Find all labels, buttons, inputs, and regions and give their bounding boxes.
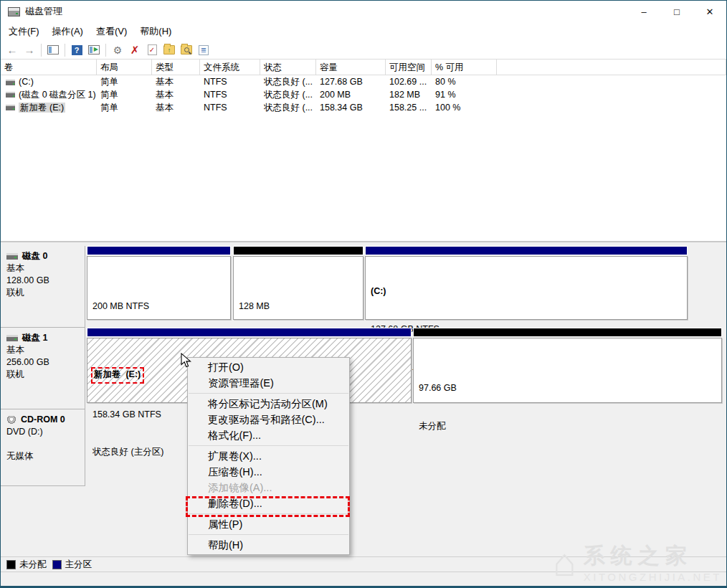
mouse-cursor (181, 353, 191, 368)
delete-icon[interactable]: ✗ (128, 44, 141, 56)
partition-header (233, 246, 364, 255)
column-filler (497, 60, 726, 75)
app-icon (8, 7, 20, 16)
disk-icon (6, 253, 18, 260)
legend-bar: 未分配 主分区 (1, 556, 726, 572)
cdrom-row: CD-ROM 0 DVD (D:) 无媒体 (1, 409, 726, 486)
column-capacity[interactable]: 容量 (316, 60, 386, 75)
annotation-delete-volume (186, 496, 350, 517)
legend-primary-partition: 主分区 (52, 559, 92, 571)
menu-file[interactable]: 文件(F) (2, 22, 46, 41)
legend-swatch-unallocated (6, 560, 16, 569)
cdrom-icon (6, 416, 16, 425)
disk1-label[interactable]: 磁盘 1 基本 256.00 GB 联机 (1, 328, 85, 409)
volume-icon (6, 105, 15, 110)
volume-list: 卷 布局 类型 文件系统 状态 容量 可用空间 % 可用 (C:) 简单 基本 … (1, 60, 726, 242)
menu-item-add-mirror: 添加镜像(A)... (188, 480, 349, 495)
volume-list-header: 卷 布局 类型 文件系统 状态 容量 可用空间 % 可用 (1, 60, 726, 75)
partition-header (365, 246, 688, 255)
disk0-partition-system[interactable]: 200 MB NTFS 状态良好 (系统, 活动, 主分区) (87, 246, 231, 320)
volume-icon (6, 92, 15, 98)
menu-item-mark-active[interactable]: 将分区标记为活动分区(M) (188, 396, 349, 412)
column-type[interactable]: 类型 (152, 60, 200, 75)
forward-icon[interactable]: → (23, 44, 36, 56)
legend-unallocated: 未分配 (6, 559, 47, 571)
menu-item-shrink-volume[interactable]: 压缩卷(H)... (188, 464, 349, 480)
titlebar: 磁盘管理 – □ ✕ (1, 1, 726, 22)
menu-item-help[interactable]: 帮助(H) (188, 537, 349, 553)
graphical-view: 磁盘 0 基本 128.00 GB 联机 200 MB NTFS 状态良好 (系… (1, 242, 726, 556)
disk0-unallocated[interactable]: 128 MB 未分配 (233, 246, 364, 320)
back-icon[interactable]: ← (6, 44, 19, 56)
window-controls: – □ ✕ (627, 1, 726, 22)
help-icon[interactable]: ? (70, 44, 83, 56)
toolbar: ← → ? ⚙ ✗ ✓ ↑ ≣ (1, 41, 726, 60)
partition-header (87, 246, 231, 255)
column-layout[interactable]: 布局 (97, 60, 152, 75)
column-volume[interactable]: 卷 (1, 60, 97, 75)
check-document-icon[interactable]: ✓ (146, 44, 158, 56)
annotation-volume-name: 新加卷 (E:) (91, 367, 144, 384)
cdrom-label[interactable]: CD-ROM 0 DVD (D:) 无媒体 (1, 409, 85, 486)
checklist-icon[interactable]: ≣ (197, 44, 210, 56)
minimize-button[interactable]: – (627, 1, 660, 22)
menu-action[interactable]: 操作(A) (46, 22, 90, 41)
tool-icon[interactable]: ⚙ (111, 44, 124, 56)
folder-up-icon[interactable]: ↑ (163, 44, 176, 56)
menu-separator (189, 445, 348, 446)
window-title: 磁盘管理 (25, 5, 62, 18)
context-menu: 打开(O) 资源管理器(E) 将分区标记为活动分区(M) 更改驱动器号和路径(C… (187, 357, 350, 555)
disk0-label[interactable]: 磁盘 0 基本 128.00 GB 联机 (1, 246, 85, 328)
menu-item-properties[interactable]: 属性(P) (188, 516, 349, 532)
action-pane-icon[interactable] (87, 44, 100, 56)
disk1-row: 磁盘 1 基本 256.00 GB 联机 新加卷 (E:) 158.34 GB … (1, 328, 726, 409)
disk0-partition-c[interactable]: (C:) 127.68 GB NTFS 状态良好 (启动, 页面文件, 故障转储… (365, 246, 688, 320)
column-filesystem[interactable]: 文件系统 (200, 60, 260, 75)
menu-item-format[interactable]: 格式化(F)... (188, 427, 349, 443)
table-row[interactable]: (C:) 简单 基本 NTFS 状态良好 (... 127.68 GB 102.… (1, 75, 726, 88)
menu-item-open[interactable]: 打开(O) (188, 359, 349, 375)
disk0-row: 磁盘 0 基本 128.00 GB 联机 200 MB NTFS 状态良好 (系… (1, 246, 726, 328)
table-row-selected[interactable]: 新加卷 (E:) 简单 基本 NTFS 状态良好 (... 158.34 GB … (1, 101, 726, 114)
menu-bar: 文件(F) 操作(A) 查看(V) 帮助(H) (1, 22, 726, 41)
status-bar (1, 572, 726, 587)
table-row[interactable]: (磁盘 0 磁盘分区 1) 简单 基本 NTFS 状态良好 (... 200 M… (1, 88, 726, 101)
menu-view[interactable]: 查看(V) (90, 22, 133, 41)
disk1-unallocated[interactable]: 97.66 GB 未分配 (413, 328, 722, 403)
disk-icon (6, 335, 18, 341)
menu-item-explorer[interactable]: 资源管理器(E) (188, 375, 349, 391)
menu-separator (189, 534, 348, 535)
maximize-button[interactable]: □ (660, 1, 693, 22)
menu-item-extend-volume[interactable]: 扩展卷(X)... (188, 448, 349, 464)
volume-icon (6, 80, 15, 85)
disk-management-window: { "window": { "title": "磁盘管理" }, "titleb… (0, 0, 727, 588)
folder-search-icon[interactable] (180, 44, 193, 56)
column-pct-free[interactable]: % 可用 (432, 60, 497, 75)
column-status[interactable]: 状态 (260, 60, 316, 75)
menu-separator (189, 393, 348, 394)
partition-header (87, 328, 412, 337)
partition-header (413, 328, 722, 337)
column-free-space[interactable]: 可用空间 (386, 60, 432, 75)
menu-item-change-letter[interactable]: 更改驱动器号和路径(C)... (188, 412, 349, 427)
menu-help[interactable]: 帮助(H) (133, 22, 178, 41)
console-tree-icon[interactable] (47, 44, 60, 56)
close-button[interactable]: ✕ (693, 1, 726, 22)
legend-swatch-primary (52, 560, 62, 569)
